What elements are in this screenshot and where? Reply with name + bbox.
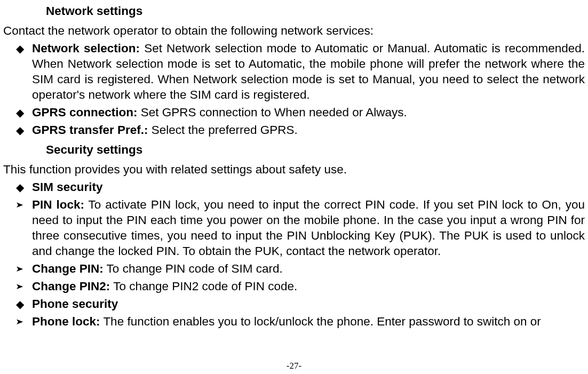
arrow-icon xyxy=(16,315,32,329)
diamond-icon xyxy=(16,42,32,56)
list-item: Phone security xyxy=(3,296,585,312)
network-intro: Contact the network operator to obtain t… xyxy=(3,23,585,38)
heading-network-settings: Network settings xyxy=(46,3,585,19)
security-list: SIM security PIN lock: To activate PIN l… xyxy=(3,179,585,329)
item-text: To change PIN2 code of PIN code. xyxy=(110,280,297,293)
item-label: GPRS transfer Pref.: xyxy=(32,123,148,137)
list-item: Change PIN2: To change PIN2 code of PIN … xyxy=(3,278,585,294)
item-text: To change PIN code of SIM card. xyxy=(104,262,283,275)
item-label: Phone lock: xyxy=(32,315,100,328)
arrow-icon xyxy=(16,262,32,276)
list-item: GPRS connection: Set GPRS connection to … xyxy=(3,105,585,120)
item-text: Set GPRS connection to When needed or Al… xyxy=(138,106,407,119)
diamond-icon xyxy=(16,124,32,138)
security-intro: This function provides you with related … xyxy=(3,162,585,177)
diamond-icon xyxy=(16,298,32,312)
arrow-icon xyxy=(16,198,32,212)
item-label: GPRS connection: xyxy=(32,106,138,119)
list-item: PIN lock: To activate PIN lock, you need… xyxy=(3,197,585,259)
list-item: SIM security xyxy=(3,179,585,195)
document-page: Network settings Contact the network ope… xyxy=(0,0,588,374)
list-item: Network selection: Set Network selection… xyxy=(3,41,585,102)
diamond-icon xyxy=(16,181,32,195)
list-item: Change PIN: To change PIN code of SIM ca… xyxy=(3,261,585,276)
item-label: Change PIN: xyxy=(32,262,104,275)
item-text: The function enables you to lock/unlock … xyxy=(100,315,541,328)
arrow-icon xyxy=(16,280,32,294)
diamond-icon xyxy=(16,106,32,120)
item-label: Phone security xyxy=(32,297,118,311)
item-label: Change PIN2: xyxy=(32,280,110,293)
item-text: To activate PIN lock, you need to input … xyxy=(32,198,585,258)
item-label: PIN lock: xyxy=(32,198,84,211)
network-list: Network selection: Set Network selection… xyxy=(3,41,585,138)
heading-security-settings: Security settings xyxy=(46,142,585,157)
item-text: Select the preferred GPRS. xyxy=(148,123,298,137)
page-number: -27- xyxy=(0,360,588,372)
list-item: Phone lock: The function enables you to … xyxy=(3,314,585,329)
list-item: GPRS transfer Pref.: Select the preferre… xyxy=(3,122,585,138)
item-label: Network selection: xyxy=(32,42,140,55)
item-label: SIM security xyxy=(32,180,103,194)
